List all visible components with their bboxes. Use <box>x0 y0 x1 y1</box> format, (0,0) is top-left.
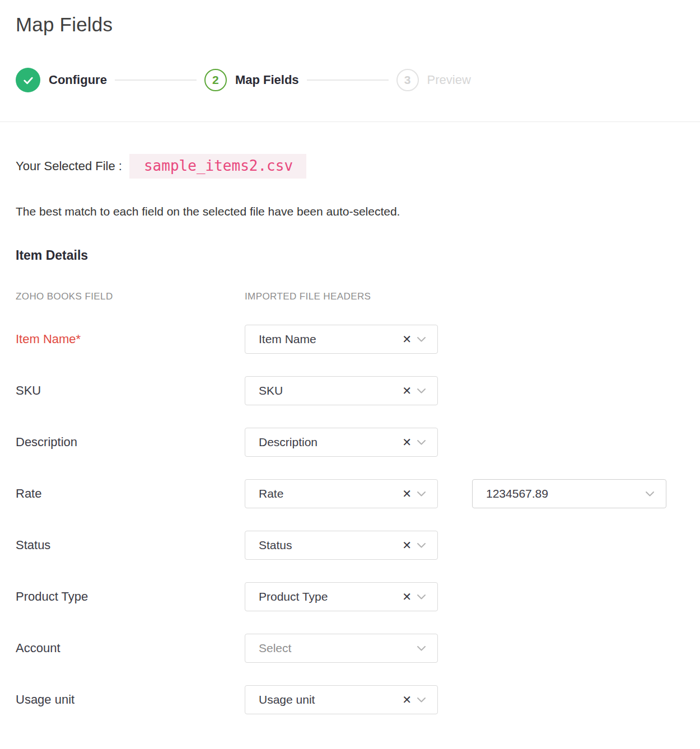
chevron-down-icon[interactable] <box>417 594 426 600</box>
step-complete-check-icon <box>16 68 40 92</box>
clear-icon[interactable]: ✕ <box>402 488 412 499</box>
step-connector <box>115 79 197 81</box>
map-fields-content: Your Selected File : sample_items2.csv T… <box>0 154 700 722</box>
chevron-down-icon[interactable] <box>417 697 426 703</box>
field-row-rate: Rate Rate ✕ 1234567.89 <box>16 479 700 508</box>
step-preview-label: Preview <box>427 73 471 87</box>
header-select-usage-unit[interactable]: Usage unit ✕ <box>245 685 438 714</box>
page-title: Map Fields <box>16 13 700 36</box>
clear-icon[interactable]: ✕ <box>402 591 412 602</box>
chevron-down-icon[interactable] <box>417 336 426 343</box>
column-header-zoho-field: ZOHO BOOKS FIELD <box>16 291 245 302</box>
chevron-down-icon[interactable] <box>417 645 426 652</box>
selected-file-name: sample_items2.csv <box>129 154 306 179</box>
mapping-rows: Item Name* Item Name ✕ SKU SKU ✕ Descrip… <box>16 325 700 714</box>
field-label-account: Account <box>16 641 245 656</box>
column-headers: ZOHO BOOKS FIELD IMPORTED FILE HEADERS <box>16 291 700 302</box>
select-value: Rate <box>259 487 402 500</box>
import-stepper: Configure 2 Map Fields 3 Preview <box>16 68 700 121</box>
step-configure-label: Configure <box>49 73 107 87</box>
field-label-product-type: Product Type <box>16 589 245 604</box>
field-label-item-name: Item Name* <box>16 332 245 347</box>
clear-icon[interactable]: ✕ <box>402 694 412 705</box>
chevron-down-icon[interactable] <box>417 388 426 394</box>
header-select-account[interactable]: Select <box>245 634 438 663</box>
selected-file-label: Your Selected File : <box>16 159 122 174</box>
clear-icon[interactable]: ✕ <box>402 334 412 345</box>
clear-icon[interactable]: ✕ <box>402 540 412 551</box>
step-2-number: 2 <box>204 69 227 91</box>
step-map-fields[interactable]: 2 Map Fields <box>204 69 299 91</box>
header-select-item-name[interactable]: Item Name ✕ <box>245 325 438 354</box>
section-heading: Item Details <box>16 248 700 263</box>
field-row-account: Account Select <box>16 634 700 663</box>
field-row-item-name: Item Name* Item Name ✕ <box>16 325 700 354</box>
select-value: Usage unit <box>259 693 402 706</box>
header-select-rate[interactable]: Rate ✕ <box>245 479 438 508</box>
header-select-status[interactable]: Status ✕ <box>245 531 438 560</box>
clear-icon[interactable]: ✕ <box>402 437 412 448</box>
field-row-sku: SKU SKU ✕ <box>16 376 700 405</box>
field-row-description: Description Description ✕ <box>16 428 700 457</box>
select-value: Status <box>259 539 402 552</box>
step-preview: 3 Preview <box>396 69 471 91</box>
chevron-down-icon[interactable] <box>645 491 655 497</box>
header-select-sku[interactable]: SKU ✕ <box>245 376 438 405</box>
step-3-number: 3 <box>396 69 419 91</box>
field-label-sku: SKU <box>16 383 245 398</box>
field-label-description: Description <box>16 435 245 450</box>
field-row-usage-unit: Usage unit Usage unit ✕ <box>16 685 700 714</box>
select-value: Product Type <box>259 590 402 603</box>
selected-file-row: Your Selected File : sample_items2.csv <box>16 154 700 179</box>
chevron-down-icon[interactable] <box>417 439 426 446</box>
header-divider <box>0 121 700 122</box>
chevron-down-icon[interactable] <box>417 542 426 549</box>
clear-icon[interactable]: ✕ <box>402 385 412 396</box>
select-placeholder: Select <box>259 642 417 655</box>
field-row-product-type: Product Type Product Type ✕ <box>16 582 700 611</box>
auto-select-info-text: The best match to each field on the sele… <box>16 205 700 218</box>
page-header: Map Fields Configure 2 Map Fields 3 Prev… <box>0 0 700 121</box>
step-map-fields-label: Map Fields <box>235 73 299 87</box>
chevron-down-icon[interactable] <box>417 491 426 497</box>
header-select-description[interactable]: Description ✕ <box>245 428 438 457</box>
select-value: 1234567.89 <box>486 487 645 500</box>
select-value: Item Name <box>259 333 402 346</box>
step-configure[interactable]: Configure <box>16 68 107 92</box>
field-label-usage-unit: Usage unit <box>16 692 245 707</box>
column-header-imported-headers: IMPORTED FILE HEADERS <box>245 291 371 302</box>
header-select-product-type[interactable]: Product Type ✕ <box>245 582 438 611</box>
field-label-rate: Rate <box>16 486 245 501</box>
rate-format-select[interactable]: 1234567.89 <box>472 479 666 508</box>
select-value: Description <box>259 436 402 449</box>
step-connector <box>307 79 389 81</box>
field-label-status: Status <box>16 538 245 553</box>
field-row-status: Status Status ✕ <box>16 531 700 560</box>
select-value: SKU <box>259 384 402 397</box>
